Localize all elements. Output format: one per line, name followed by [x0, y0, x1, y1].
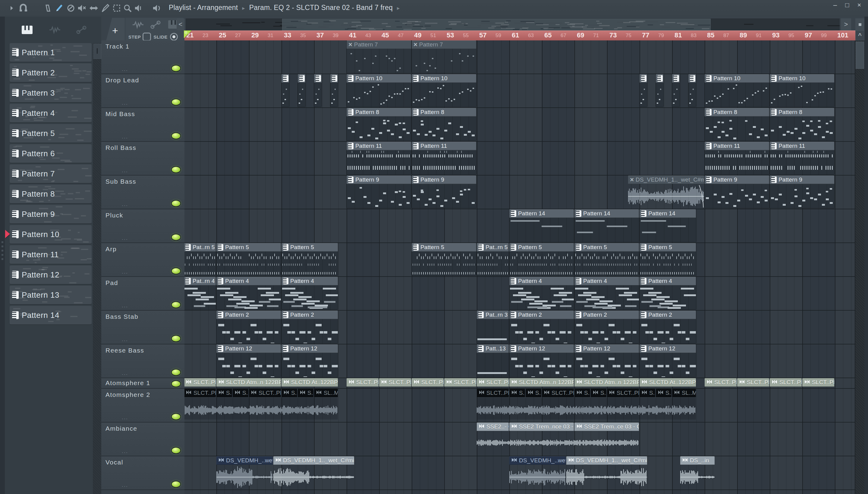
track-enable-led[interactable] [171, 132, 181, 139]
audio-clip[interactable]: SLCT..PM [379, 378, 411, 387]
pattern-clip[interactable]: Pattern 9 [412, 175, 476, 208]
pattern-clip[interactable]: Pattern 4 [281, 277, 338, 309]
track-header[interactable]: Arp... [101, 243, 184, 277]
pattern-list-item[interactable]: Pattern 5 [9, 124, 92, 142]
audio-clip[interactable]: ×DS_VEDMH_1.._wet_C#mi [628, 175, 704, 208]
playback-tool-icon[interactable] [133, 2, 144, 14]
automation-tab[interactable] [72, 24, 91, 36]
pattern-clip[interactable]: ×Pattern 7 [412, 40, 476, 73]
pattern-clip[interactable]: Pattern 12 [281, 344, 338, 377]
delete-tool-icon[interactable] [65, 2, 77, 14]
audio-tab[interactable] [46, 24, 64, 36]
audio-clip[interactable]: SLCTD Atm..n 122BPM [574, 378, 639, 387]
playhead-marker[interactable] [184, 31, 192, 38]
playlist-grid[interactable]: ×Pattern 7×Pattern 7Pattern 10Pattern 10… [184, 40, 855, 494]
pattern-clip[interactable]: Pattern 2 [509, 311, 574, 343]
track-header[interactable]: Reese Bass... [101, 344, 184, 378]
audio-clip[interactable]: SLCTD At..122BPM [639, 378, 696, 387]
pattern-list-item[interactable]: Pattern 11 [9, 245, 92, 264]
monitor-icon[interactable] [151, 2, 162, 14]
track-header[interactable]: Track 1... [101, 40, 184, 74]
automation-clip-icon[interactable] [150, 20, 161, 31]
track-menu-dots[interactable]: ... [122, 201, 128, 208]
pattern-clip[interactable] [672, 74, 679, 107]
track-header[interactable]: Sub Bass... [101, 175, 184, 209]
add-arrangement-tab[interactable]: + [105, 18, 125, 43]
pattern-clip[interactable]: Pattern 11 [770, 142, 834, 174]
pattern-clip[interactable]: Pattern 14 [509, 209, 574, 242]
pattern-clip[interactable]: Pattern 10 [705, 74, 769, 107]
pattern-clip[interactable]: Pattern 12 [639, 344, 696, 377]
pattern-clip[interactable]: Pattern 11 [412, 142, 476, 174]
piano-roll-tab[interactable] [18, 24, 36, 36]
zoom-tool-icon[interactable] [122, 2, 133, 14]
pattern-clip[interactable]: Pattern 5 [216, 243, 281, 276]
pattern-clip[interactable] [639, 74, 647, 107]
timeline-ruler[interactable]: 2123252729313335373941434547495153555759… [184, 31, 855, 41]
pattern-clip[interactable]: Pattern 14 [574, 209, 639, 242]
audio-clip[interactable]: SLCT..PM [705, 378, 736, 387]
pattern-list-item[interactable]: Pattern 10 [9, 225, 92, 244]
track-menu-dots[interactable]: ... [122, 370, 128, 376]
pattern-clip[interactable]: Pattern 2 [639, 311, 696, 343]
pattern-clip[interactable]: Pattern 4 [639, 277, 696, 309]
pattern-clip[interactable]: Pattern 2 [574, 311, 639, 343]
pattern-list-item[interactable]: Pattern 6 [9, 144, 92, 163]
pattern-clip[interactable]: Pattern 4 [574, 277, 639, 309]
smudge-tool-icon[interactable] [99, 2, 111, 14]
audio-clip[interactable]: SSE2 Trem..nce 03 - C [509, 422, 574, 455]
audio-clip[interactable]: SLCT..PM [347, 378, 378, 387]
slide-toggle[interactable] [170, 33, 178, 41]
audio-clip[interactable]: SLCT..PM [802, 378, 834, 387]
pattern-clip[interactable]: Pat..rn 5 [184, 243, 216, 276]
track-menu-dots[interactable]: ... [122, 414, 128, 421]
pattern-clip[interactable]: Pattern 5 [639, 243, 696, 276]
audio-clip[interactable]: SLCT..PM [477, 378, 509, 387]
audio-clip[interactable]: DS_VEDMH_1.._wet_C#min [566, 456, 647, 489]
pattern-clip[interactable]: Pattern 9 [347, 175, 411, 208]
pattern-clip[interactable]: Patt..13 [477, 344, 509, 377]
maximize-button[interactable]: □ [842, 1, 852, 9]
pattern-list-item[interactable]: Pattern 14 [9, 306, 92, 324]
pattern-clip[interactable]: Pattern 8 [705, 108, 769, 140]
select-tool-icon[interactable] [111, 2, 122, 14]
step-toggle[interactable] [142, 33, 151, 41]
track-header[interactable]: Vocal... [101, 456, 184, 490]
pattern-list-item[interactable]: Pattern 8 [9, 185, 92, 203]
pattern-list-item[interactable]: Pattern 1 [9, 43, 92, 62]
audio-clip[interactable]: DS_VEDMH_..wet_C [216, 456, 273, 489]
pattern-clip[interactable]: Pattern 9 [705, 175, 769, 208]
pattern-clip[interactable] [314, 74, 321, 107]
pattern-list-item[interactable]: Pattern 3 [9, 83, 92, 102]
close-button[interactable]: × [854, 1, 864, 9]
pattern-clip[interactable]: Pattern 4 [509, 277, 574, 309]
pattern-list-item[interactable]: Pattern 9 [9, 205, 92, 224]
track-enable-led[interactable] [171, 413, 181, 420]
track-enable-led[interactable] [171, 234, 181, 241]
slide-tool-icon[interactable] [88, 2, 99, 14]
track-menu-dots[interactable]: ... [122, 269, 128, 275]
scroll-left-button[interactable]: < [177, 18, 184, 31]
vertical-scrollbar[interactable] [855, 40, 864, 494]
pattern-clip[interactable]: Pat..rn 5 [477, 243, 509, 276]
pattern-clip[interactable]: Pattern 8 [412, 108, 476, 140]
track-menu-dots[interactable]: ... [122, 100, 128, 106]
audio-clip[interactable]: SLCT..PM [184, 378, 216, 387]
track-menu-dots[interactable]: ... [122, 66, 128, 72]
track-header[interactable]: Pad... [101, 277, 184, 311]
pattern-clip[interactable]: Pattern 9 [770, 175, 834, 208]
pattern-clip[interactable]: Pattern 11 [347, 142, 411, 174]
picker-scrollbar[interactable] [93, 43, 101, 494]
pattern-clip[interactable]: Pattern 5 [281, 243, 338, 276]
audio-clip[interactable]: SSE2 Trem..ce 03 - C [574, 422, 639, 455]
track-enable-led[interactable] [171, 267, 181, 274]
pattern-clip[interactable]: Pattern 2 [281, 311, 338, 343]
magnet-icon[interactable] [18, 2, 29, 14]
slip-tool-icon[interactable] [42, 2, 54, 14]
scrollbar-stop-button[interactable] [855, 18, 864, 31]
pattern-clip[interactable]: Pattern 4 [216, 277, 281, 309]
pattern-clip[interactable]: Pattern 10 [412, 74, 476, 107]
track-enable-led[interactable] [171, 65, 181, 72]
track-enable-led[interactable] [171, 166, 181, 173]
track-header[interactable]: Pluck... [101, 209, 184, 243]
